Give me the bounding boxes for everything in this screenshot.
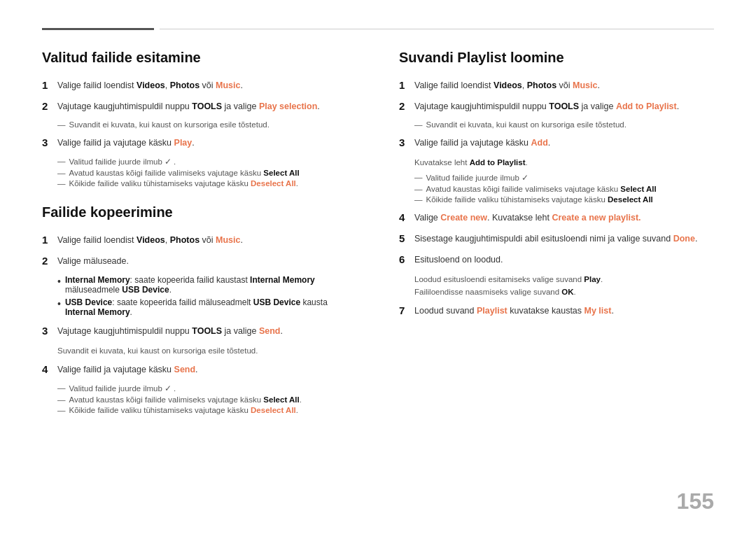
step-content-1: Valige failid loendist Videos, Photos võ…	[57, 78, 357, 92]
bold-photos: Photos	[170, 80, 200, 90]
accent-music-p: Music	[573, 80, 597, 90]
note-check-text-f: Valitud failide juurde ilmub ✓.	[69, 384, 176, 393]
dash-4: —	[57, 179, 66, 188]
bold-select-all-p: Select All	[620, 185, 656, 193]
dash-3: —	[57, 169, 66, 177]
bold-tools-f: TOOLS	[192, 326, 222, 336]
bold-photos-p: Photos	[527, 80, 556, 90]
bold-usb-2: USB Device	[65, 297, 112, 307]
note-check: — Valitud failide juurde ilmub ✓.	[57, 157, 357, 167]
note-deselect-all-text: Kõikide failide valiku tühistamiseks vaj…	[69, 179, 299, 188]
step-num-3: 3	[42, 136, 57, 148]
note-block-p1: — Suvandit ei kuvata, kui kaust on kurso…	[414, 120, 714, 129]
note-select-all-f: — Avatud kaustas kõigi failide valimisek…	[57, 395, 357, 404]
check-mark-p: ✓	[522, 174, 528, 182]
accent-send-2: Send	[174, 365, 196, 374]
step-content-p2: Vajutage kaugjuhtimispuldil nuppu TOOLS …	[414, 99, 714, 113]
step-num-2: 2	[42, 99, 57, 112]
bold-internal-mem: Internal Memory	[65, 275, 130, 285]
note-text-p1: Suvandit ei kuvata, kui kaust on kursori…	[426, 120, 626, 129]
note-check-text-p: Valitud failide juurde ilmub ✓	[426, 173, 531, 183]
step-content-f4: Valige failid ja vajutage käsku Send.	[57, 363, 357, 377]
step-num-f3: 3	[42, 324, 57, 337]
rule-light	[160, 29, 714, 29]
dash-1: —	[57, 120, 66, 129]
step-2-valitud: 2 Vajutage kaugjuhtimispuldil nuppu TOOL…	[42, 99, 357, 113]
bold-play-p6: Play	[584, 275, 601, 283]
dash-2: —	[57, 157, 66, 165]
note-line-p1: — Suvandit ei kuvata, kui kaust on kurso…	[414, 120, 714, 129]
step-1-playlist: 1 Valige failid loendist Videos, Photos …	[399, 78, 714, 92]
step-5-playlist: 5 Sisestage kaugjuhtimispuldi abil esitu…	[399, 232, 714, 246]
check-mark: ✓	[164, 157, 172, 166]
accent-playlist-p7: Playlist	[477, 306, 507, 316]
step-3-valitud: 3 Valige failid ja vajutage käsku Play.	[42, 136, 357, 150]
bullet-text-2: USB Device: saate kopeerida failid mälus…	[65, 297, 357, 317]
step-7-playlist: 7 Loodud suvand Playlist kuvatakse kaust…	[399, 304, 714, 318]
step-content-f3: Vajutage kaugjuhtimispuldil nuppu TOOLS …	[57, 324, 357, 338]
section-title-playlist: Suvandi Playlist loomine	[399, 50, 714, 66]
bold-photos-f: Photos	[170, 235, 200, 245]
note-check-text: Valitud failide juurde ilmub ✓.	[69, 157, 176, 167]
step-content-p6: Esitusloend on loodud.	[414, 253, 714, 267]
step-num-f1: 1	[42, 233, 57, 246]
step-num-f4: 4	[42, 363, 57, 375]
bold-internal-mem-3: Internal Memory	[65, 307, 130, 317]
bullet-text-1: Internal Memory: saate kopeerida failid …	[65, 275, 357, 295]
step-2-failide: 2 Valige mäluseade.	[42, 254, 357, 268]
notes-p3: — Valitud failide juurde ilmub ✓ — Avatu…	[414, 173, 714, 204]
bold-tools-p: TOOLS	[549, 101, 579, 111]
bullet-dot-2: •	[57, 297, 61, 310]
note-select-all-text: Avatud kaustas kõigi failide valimiseks …	[69, 169, 300, 177]
step-content-p3: Valige failid ja vajutage käsku Add.	[414, 136, 714, 150]
step-num-p2: 2	[399, 99, 414, 112]
bold-ok-p6: OK	[561, 288, 573, 296]
sub-note-f3: Suvandit ei kuvata, kui kaust on kursori…	[57, 345, 357, 357]
step-1-failide: 1 Valige failid loendist Videos, Photos …	[42, 233, 357, 247]
bullet-block-failide: • Internal Memory: saate kopeerida faili…	[57, 275, 357, 317]
step-num-p6: 6	[399, 253, 414, 265]
step-num-p4: 4	[399, 211, 414, 223]
note-check-f: — Valitud failide juurde ilmub ✓.	[57, 384, 357, 393]
sub-note-p6: Loodud esitusloendi esitamiseks valige s…	[414, 274, 714, 298]
note-deselect-all: — Kõikide failide valiku tühistamiseks v…	[57, 179, 357, 188]
note-block-1: — Suvandit ei kuvata, kui kaust on kurso…	[57, 120, 357, 129]
note-select-all-text-f: Avatud kaustas kõigi failide valimiseks …	[69, 395, 302, 404]
note-deselect-all-text-f: Kõikide failide valiku tühistamiseks vaj…	[69, 406, 299, 414]
dash-p1: —	[414, 120, 423, 129]
accent-done: Done	[673, 234, 695, 244]
bold-usb: USB Device	[122, 285, 169, 295]
step-num-p3: 3	[399, 136, 414, 148]
dash-f2: —	[57, 395, 66, 404]
accent-my-list: My list	[584, 306, 612, 316]
step-3-playlist: 3 Valige failid ja vajutage käsku Add.	[399, 136, 714, 150]
accent-play-selection: Play selection	[259, 101, 317, 111]
note-select-all: — Avatud kaustas kõigi failide valimisek…	[57, 169, 357, 177]
step-num-1: 1	[42, 78, 57, 91]
step-content-p4: Valige Create new. Kuvatakse leht Create…	[414, 211, 714, 225]
step-4-failide: 4 Valige failid ja vajutage käsku Send.	[42, 363, 357, 377]
section-valitud: Valitud failide esitamine 1 Valige faili…	[42, 50, 357, 188]
bold-videos: Videos	[136, 80, 165, 90]
note-deselect-all-text-p: Kõikide failide valiku tühistamiseks vaj…	[426, 195, 653, 204]
step-content-2: Vajutage kaugjuhtimispuldil nuppu TOOLS …	[57, 99, 357, 113]
note-line-1: — Suvandit ei kuvata, kui kaust on kurso…	[57, 120, 357, 129]
step-content-f2: Valige mäluseade.	[57, 254, 357, 268]
accent-music: Music	[216, 80, 240, 90]
rule-dark	[42, 28, 154, 30]
step-num-p1: 1	[399, 78, 414, 91]
bold-videos-p: Videos	[493, 80, 522, 90]
accent-add: Add	[531, 138, 548, 148]
columns: Valitud failide esitamine 1 Valige faili…	[42, 50, 714, 506]
check-mark-f: ✓	[164, 384, 172, 393]
step-3-failide: 3 Vajutage kaugjuhtimispuldil nuppu TOOL…	[42, 324, 357, 338]
right-column: Suvandi Playlist loomine 1 Valige failid…	[399, 50, 714, 506]
bold-usb-3: USB Device	[253, 297, 300, 307]
section-title-failide: Failide kopeerimine	[42, 204, 357, 220]
accent-play: Play	[174, 138, 192, 148]
notes-after-f4: — Valitud failide juurde ilmub ✓. — Avat…	[57, 384, 357, 414]
bold-select-all: Select All	[263, 169, 299, 177]
top-rule	[42, 28, 714, 30]
step-num-p5: 5	[399, 232, 414, 244]
accent-deselect-all-f: Deselect All	[251, 406, 296, 414]
